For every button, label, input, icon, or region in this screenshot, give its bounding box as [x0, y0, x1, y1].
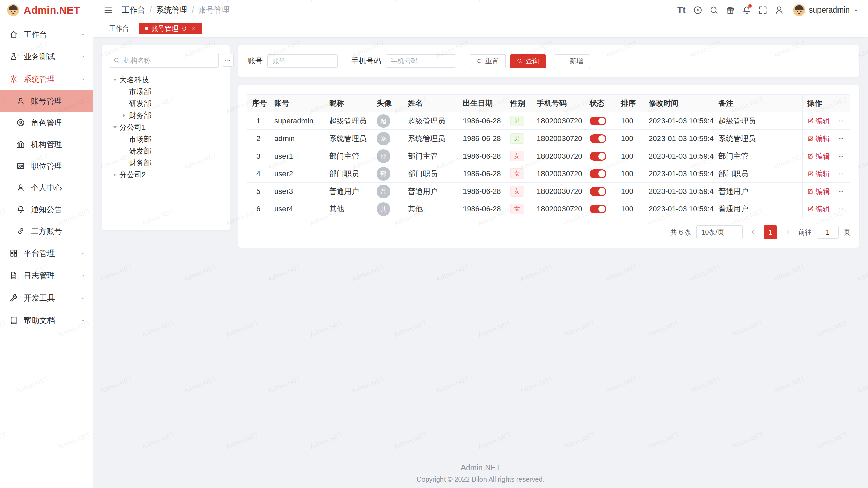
- table-row: 4user2部门职员部部门职员1986-06-28女18020030720100…: [247, 165, 850, 183]
- phone-input[interactable]: [386, 54, 456, 68]
- org-search-input[interactable]: [123, 56, 214, 65]
- edit-icon: [807, 206, 814, 212]
- breadcrumb-item-current: 账号管理: [198, 5, 230, 15]
- font-size-icon[interactable]: Tt: [675, 4, 688, 16]
- reset-button[interactable]: 重置: [470, 54, 506, 68]
- avatar: 部: [377, 167, 390, 181]
- sidebar-item-log-management[interactable]: 日志管理: [0, 264, 93, 287]
- page-size-select[interactable]: 10条/页: [696, 225, 743, 239]
- log-icon: [9, 271, 18, 280]
- cell-nickname: 部门主管: [324, 147, 372, 165]
- row-more-actions-icon[interactable]: [837, 188, 844, 195]
- breadcrumb-item-workbench[interactable]: 工作台: [122, 5, 145, 15]
- sidebar-item-help-docs[interactable]: 帮助文档: [0, 309, 93, 331]
- edit-icon: [807, 118, 814, 124]
- logo-avatar-icon: [7, 4, 20, 17]
- cell-avatar: 其: [372, 200, 403, 218]
- edit-button[interactable]: 编辑: [807, 187, 830, 196]
- cell-birth: 1986-06-28: [458, 112, 506, 130]
- sidebar-subitem-third-party-account[interactable]: 三方账号: [0, 220, 93, 242]
- fullscreen-icon[interactable]: [757, 4, 769, 16]
- search-button[interactable]: 查询: [510, 54, 546, 68]
- gender-badge: 女: [510, 186, 524, 197]
- page-number-1[interactable]: 1: [764, 225, 777, 239]
- chevron-down-icon: [853, 7, 859, 13]
- theme-icon[interactable]: [692, 4, 704, 16]
- app-logo[interactable]: Admin.NET: [0, 0, 93, 20]
- chevron-down-icon: [80, 317, 86, 324]
- tree-more-actions-button[interactable]: [222, 54, 234, 67]
- cell-time: 2023-01-03 10:59:44: [644, 112, 714, 130]
- tree-node[interactable]: 市场部: [109, 86, 223, 98]
- sidebar-subitem-account-management[interactable]: 账号管理: [0, 90, 93, 112]
- status-toggle[interactable]: [590, 169, 606, 178]
- sidebar-subitem-org-management[interactable]: 机构管理: [0, 134, 93, 155]
- status-toggle[interactable]: [590, 152, 606, 161]
- status-toggle[interactable]: [590, 205, 606, 214]
- tree-node[interactable]: 研发部: [109, 145, 223, 157]
- cell-status: [585, 165, 616, 183]
- cell-sort: 100: [616, 147, 644, 165]
- tree-node[interactable]: 财务部: [109, 109, 223, 121]
- tab-account-management[interactable]: 账号管理: [139, 23, 202, 34]
- collapse-menu-icon[interactable]: [102, 4, 114, 16]
- row-more-actions-icon[interactable]: [837, 153, 844, 160]
- gear-icon: [9, 75, 18, 83]
- row-more-actions-icon[interactable]: [837, 135, 844, 142]
- home-icon: [9, 30, 18, 39]
- tab-bar: 工作台 账号管理: [93, 20, 868, 37]
- tree-node-label: 大名科技: [119, 75, 149, 85]
- notification-bell-icon[interactable]: [741, 4, 753, 16]
- row-more-actions-icon[interactable]: [837, 118, 844, 124]
- tree-node[interactable]: 分公司1: [109, 121, 223, 133]
- account-input[interactable]: [267, 54, 338, 68]
- cell-account: admin: [270, 130, 324, 147]
- row-more-actions-icon[interactable]: [837, 206, 844, 212]
- goto-page-input[interactable]: [817, 226, 839, 239]
- prev-page-button[interactable]: [748, 225, 758, 239]
- status-toggle[interactable]: [590, 134, 606, 143]
- close-tab-icon[interactable]: [190, 26, 196, 32]
- tree-node[interactable]: 分公司2: [109, 169, 223, 181]
- tree-node[interactable]: 财务部: [109, 157, 223, 169]
- edit-button[interactable]: 编辑: [807, 204, 830, 214]
- tree-node[interactable]: 市场部: [109, 133, 223, 145]
- cell-avatar: 普: [372, 183, 403, 200]
- sidebar-subitem-personal-center[interactable]: 个人中心: [0, 177, 93, 199]
- edit-label: 编辑: [816, 187, 830, 196]
- sidebar-item-system-management[interactable]: 系统管理: [0, 68, 93, 90]
- tree-node[interactable]: 研发部: [109, 98, 223, 109]
- sidebar-item-business-test[interactable]: 业务测试: [0, 45, 93, 68]
- sidebar-subitem-position-management[interactable]: 职位管理: [0, 155, 93, 177]
- user-menu[interactable]: superadmin: [793, 4, 859, 17]
- add-button[interactable]: 新增: [554, 54, 590, 68]
- org-tree: 大名科技市场部研发部财务部分公司1市场部研发部财务部分公司2: [109, 74, 223, 181]
- edit-button[interactable]: 编辑: [807, 134, 830, 143]
- sidebar-subitem-notice-announcement[interactable]: 通知公告: [0, 199, 93, 220]
- layout-config-icon[interactable]: [724, 4, 736, 16]
- cell-gender: 女: [506, 183, 532, 200]
- status-toggle[interactable]: [590, 117, 606, 125]
- edit-button[interactable]: 编辑: [807, 169, 830, 179]
- edit-button[interactable]: 编辑: [807, 151, 830, 161]
- caret-right-icon: [120, 114, 129, 118]
- sidebar-item-dev-tools[interactable]: 开发工具: [0, 287, 93, 309]
- refresh-tab-icon[interactable]: [181, 26, 187, 32]
- row-more-actions-icon[interactable]: [837, 170, 844, 177]
- breadcrumb-item-system[interactable]: 系统管理: [156, 5, 187, 15]
- org-search-field[interactable]: [109, 53, 219, 68]
- tab-workbench[interactable]: 工作台: [103, 23, 135, 34]
- tree-node[interactable]: 大名科技: [109, 74, 223, 86]
- sidebar-item-workbench[interactable]: 工作台: [0, 23, 93, 45]
- status-toggle[interactable]: [590, 187, 606, 196]
- cell-remark: 部门职员: [714, 165, 802, 183]
- sidebar-subitem-role-management[interactable]: 角色管理: [0, 112, 93, 134]
- user-outline-icon[interactable]: [773, 4, 785, 16]
- edit-button[interactable]: 编辑: [807, 116, 830, 126]
- search-icon[interactable]: [708, 4, 720, 16]
- next-page-button[interactable]: [782, 225, 793, 239]
- cell-birth: 1986-06-28: [458, 147, 506, 165]
- cell-ops: 编辑: [802, 147, 850, 165]
- sidebar-item-platform-management[interactable]: 平台管理: [0, 242, 93, 264]
- account-icon: [16, 97, 25, 105]
